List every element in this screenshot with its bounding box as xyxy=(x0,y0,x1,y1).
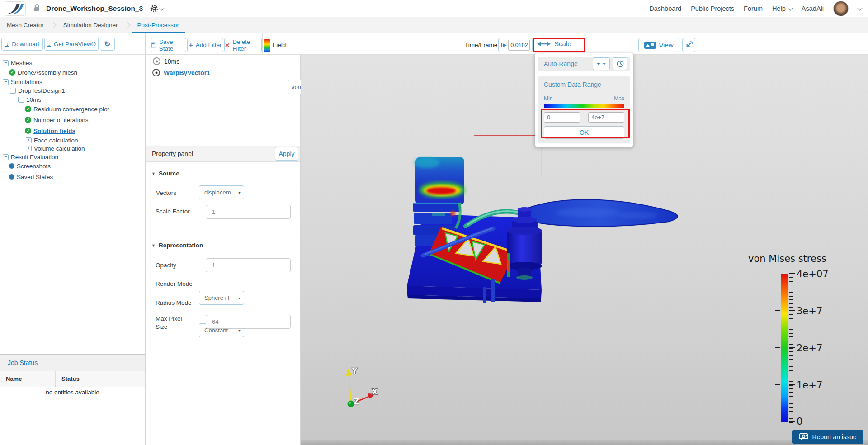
nav-username[interactable]: AsadAli xyxy=(802,5,824,12)
auto-range-spatial-button[interactable] xyxy=(593,57,610,70)
source-section-header[interactable]: ▼ Source xyxy=(151,170,179,177)
delete-filter-button[interactable]: ✕ Delete Filter xyxy=(224,38,262,52)
tree-label: Face calculation xyxy=(34,137,78,144)
save-icon xyxy=(151,42,156,48)
sidebar-item-number-of-iterations[interactable]: ✓ Number of iterations xyxy=(25,116,89,124)
sidebar-item-droneassembly-mesh[interactable]: ✓ DroneAssembly mesh xyxy=(9,68,77,76)
legend-minor-ticks xyxy=(789,274,793,423)
sidebar-item-10ms[interactable]: − 10ms xyxy=(18,95,41,104)
tree-label: 10ms xyxy=(26,96,41,103)
tree-label: Number of iterations xyxy=(33,117,89,123)
chevron-down-icon[interactable] xyxy=(160,5,165,10)
add-filter-button[interactable]: + Add Filter xyxy=(187,38,223,52)
pipeline-item-warpbyvector1[interactable]: WarpByVector1 xyxy=(152,69,210,76)
sidebar-item-simulations[interactable]: − Simulations xyxy=(3,78,42,86)
min-value-input[interactable]: 0 xyxy=(544,112,580,123)
column-name: Name xyxy=(0,371,56,387)
pipeline-item-10ms[interactable]: 10ms xyxy=(153,57,179,65)
report-issue-button[interactable]: Report an issue xyxy=(792,430,863,444)
opacity-input[interactable]: 1 xyxy=(206,258,291,272)
sidebar-item-screenshots[interactable]: Screenshots xyxy=(9,162,51,170)
save-state-button[interactable]: Save State xyxy=(151,38,186,52)
sidebar-item-face-calculation[interactable]: + Face calculation xyxy=(26,136,78,144)
sidebar-item-volume-calculation[interactable]: + Volume calculation xyxy=(26,144,85,152)
job-status-table-header: Name Status xyxy=(0,371,145,387)
job-status-title: Job Status xyxy=(8,359,38,366)
project-settings-gear-icon[interactable] xyxy=(150,5,158,13)
collapse-icon[interactable]: − xyxy=(18,97,24,103)
sidebar-item-droptestdesign1[interactable]: − DropTestDesign1 xyxy=(10,86,65,95)
top-bar: Drone_Workshop_Session_3 Dashboard Publi… xyxy=(0,0,868,17)
legend-title: von Mises stress xyxy=(748,253,830,264)
lock-icon xyxy=(33,4,40,14)
collapse-icon[interactable]: − xyxy=(3,154,9,160)
time-frame-input[interactable]: 0.0102 xyxy=(508,40,530,51)
download-button[interactable]: ↓ Download xyxy=(1,38,43,51)
auto-range-label: Auto-Range xyxy=(544,60,578,67)
time-frame-label: Time/Frame: xyxy=(465,42,499,48)
nav-public-projects[interactable]: Public Projects xyxy=(691,5,734,12)
tree-label: DroneAssembly mesh xyxy=(18,69,77,76)
representation-title: Representation xyxy=(159,242,203,249)
tab-post-processor[interactable]: Post-Processor xyxy=(132,17,185,33)
collapse-icon[interactable]: − xyxy=(10,88,16,94)
sidebar-item-result-evaluation[interactable]: − Result Evaluation xyxy=(3,153,58,161)
range-arrows-icon xyxy=(597,62,606,66)
max-pixel-size-input[interactable]: 64 xyxy=(206,315,291,329)
chevron-down-icon[interactable] xyxy=(857,5,862,10)
tab-simulation-designer[interactable]: Simulation Designer xyxy=(57,17,124,33)
app-logo[interactable] xyxy=(5,1,26,16)
legend-major-tick-left xyxy=(775,384,780,385)
render-mode-select[interactable]: Sphere (T ▼ xyxy=(199,291,244,305)
collapse-icon[interactable]: − xyxy=(3,79,9,85)
sidebar-toolbar-border xyxy=(0,54,146,55)
sidebar-item-meshes[interactable]: − Meshes xyxy=(3,59,32,67)
refresh-button[interactable]: ↻ xyxy=(100,38,115,51)
workflow-tabbar: Mesh Creator Simulation Designer Post-Pr… xyxy=(0,17,868,33)
section-caret-icon: ▼ xyxy=(151,243,156,248)
fit-view-button[interactable] xyxy=(682,38,695,52)
radius-mode-label: Radius Mode xyxy=(156,299,192,306)
view-button[interactable]: View xyxy=(638,38,679,52)
visibility-icon[interactable] xyxy=(152,69,160,76)
max-value-input[interactable]: 4e+7 xyxy=(588,112,624,123)
get-paraview-button[interactable]: ↓ Get ParaView® xyxy=(44,38,99,51)
apply-button[interactable]: Apply xyxy=(275,147,298,161)
scale-factor-input[interactable]: 1 xyxy=(206,205,291,219)
tree-label-selected: Solution fields xyxy=(33,128,75,134)
visibility-icon[interactable] xyxy=(153,57,160,65)
expand-icon[interactable]: + xyxy=(26,137,32,143)
vectors-select[interactable]: displacem ▼ xyxy=(199,185,244,199)
legend-tick-label: 1e+7 xyxy=(797,380,822,391)
sidebar-item-solution-fields[interactable]: ✓ Solution fields xyxy=(25,127,75,135)
scale-factor-value: 1 xyxy=(212,208,215,215)
user-avatar[interactable] xyxy=(833,1,849,16)
filter-panel xyxy=(146,33,301,445)
colormap-icon xyxy=(264,39,270,52)
sidebar-item-residuum-convergence-plot[interactable]: ✓ Residuum convergence plot xyxy=(25,105,109,113)
item-dot-icon xyxy=(9,174,14,180)
top-nav: Dashboard Public Projects Forum Help Asa… xyxy=(649,1,868,16)
nav-forum[interactable]: Forum xyxy=(744,5,763,12)
tab-mesh-creator[interactable]: Mesh Creator xyxy=(1,17,50,33)
sidebar-item-saved-states[interactable]: Saved States xyxy=(9,173,53,181)
auto-range-temporal-button[interactable] xyxy=(613,57,627,70)
ok-button[interactable]: OK xyxy=(544,126,624,139)
tree-label: Residuum convergence plot xyxy=(33,106,109,113)
nav-help[interactable]: Help xyxy=(772,5,792,12)
dropdown-caret-icon: ▼ xyxy=(238,191,241,194)
time-frame-group: ▶ 0.0102 xyxy=(498,38,533,52)
scale-button[interactable]: Scale xyxy=(537,40,571,47)
view-label: View xyxy=(659,41,673,49)
legend-major-tick-left xyxy=(775,310,780,311)
tab-label: Mesh Creator xyxy=(7,22,44,28)
tree-label: DropTestDesign1 xyxy=(18,87,65,94)
representation-section-header[interactable]: ▼ Representation xyxy=(151,242,203,249)
collapse-icon[interactable]: − xyxy=(3,60,9,66)
nav-dashboard[interactable]: Dashboard xyxy=(649,5,681,12)
min-label: Min xyxy=(544,95,552,102)
expand-icon[interactable]: + xyxy=(26,146,32,151)
play-icon[interactable]: ▶ xyxy=(501,43,506,47)
property-panel-title: Property panel xyxy=(152,150,193,157)
success-check-icon: ✓ xyxy=(25,106,31,112)
